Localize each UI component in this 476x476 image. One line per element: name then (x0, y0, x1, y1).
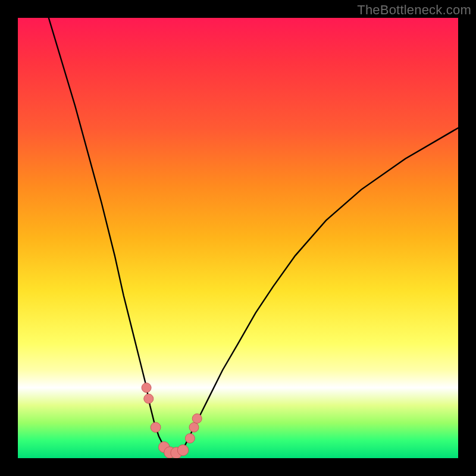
watermark-text: TheBottleneck.com (357, 2, 471, 18)
marker-point (185, 434, 195, 443)
marker-group (142, 383, 202, 458)
marker-point (144, 394, 154, 403)
chart-svg (18, 18, 458, 458)
marker-point (151, 422, 161, 433)
marker-point (142, 383, 151, 393)
marker-point (177, 444, 188, 455)
chart-frame: TheBottleneck.com (0, 0, 476, 476)
bottleneck-curve (49, 18, 458, 453)
marker-point (189, 422, 199, 432)
plot-area (18, 18, 458, 458)
marker-point (192, 414, 202, 423)
